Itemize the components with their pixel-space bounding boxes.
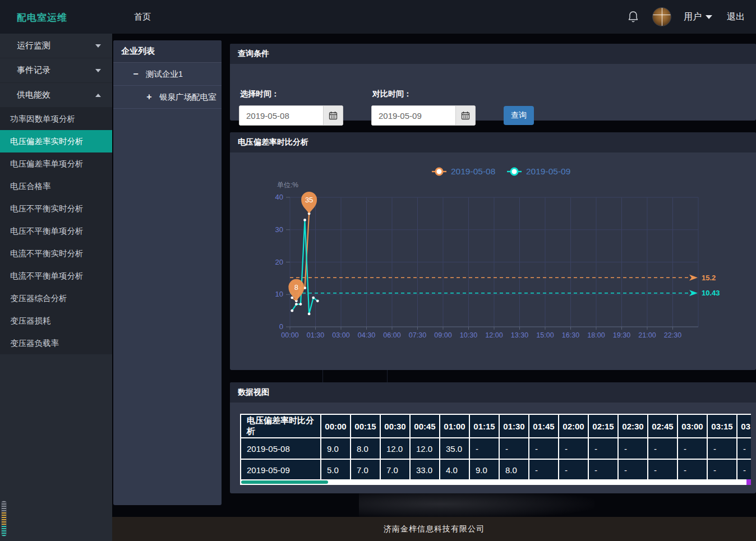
data-point (291, 309, 293, 312)
x-axis-tick-label: 12:00 (485, 331, 503, 339)
sidebar-item-电压不平衡实时分析[interactable]: 电压不平衡实时分析 (0, 197, 112, 220)
enterprise-tree: −测试企业1+银泉广场配电室 (113, 63, 222, 109)
table-header-time: 02:45 (648, 414, 677, 438)
table-header-row: 电压偏差率时比分析00:0000:1500:3000:4501:0001:150… (241, 414, 751, 438)
mini-scrollbar[interactable] (1, 501, 7, 537)
table-header-time: 01:45 (529, 414, 559, 438)
table-header-time: 01:00 (440, 414, 469, 438)
y-axis-tick-label: 30 (275, 225, 283, 234)
sidebar-sections: 运行监测事件记录供电能效 (0, 34, 112, 108)
expand-icon[interactable]: + (145, 92, 154, 102)
avg-line-value: 10.43 (702, 289, 720, 297)
sidebar-item-电流不平衡单项分析[interactable]: 电流不平衡单项分析 (0, 265, 112, 287)
x-axis-tick-label: 15:00 (536, 331, 554, 339)
tree-node-测试企业1[interactable]: −测试企业1 (113, 63, 222, 86)
row-date-label: 2019-05-09 (241, 459, 321, 480)
x-axis-tick-label: 21:00 (638, 331, 656, 339)
sidebar-section-label: 事件记录 (17, 65, 50, 76)
avg-line-value: 15.2 (702, 274, 716, 282)
user-avatar[interactable] (652, 7, 671, 26)
scrollbar-thumb[interactable] (241, 480, 328, 484)
legend-label: 2019-05-08 (451, 167, 495, 176)
logout-button[interactable]: 退出 (727, 11, 745, 23)
x-axis-tick-label: 13:30 (511, 331, 528, 339)
table-horizontal-scrollbar[interactable] (240, 479, 751, 485)
legend-item-2019-05-09[interactable]: 2019-05-09 (507, 167, 570, 176)
chevron-down-icon (95, 69, 101, 72)
data-point (312, 297, 315, 299)
compare-date-group (371, 105, 476, 126)
sidebar-item-电压不平衡单项分析[interactable]: 电压不平衡单项分析 (0, 220, 112, 242)
table-cell: - (737, 438, 751, 459)
table-cell: - (469, 438, 499, 459)
table-header-metric: 电压偏差率时比分析 (241, 414, 321, 438)
user-menu[interactable]: 用户 (684, 11, 712, 23)
legend-label: 2019-05-09 (526, 167, 570, 176)
table-row: 2019-05-089.08.012.012.035.0---------- (241, 438, 751, 459)
mini-scrollbar-segment (2, 526, 6, 536)
x-axis-tick-label: 03:00 (332, 331, 349, 339)
table-cell: - (677, 438, 707, 459)
mark-point-value: 8 (294, 283, 298, 292)
table-cell: 9.0 (321, 438, 351, 459)
select-date-input[interactable] (239, 105, 323, 126)
table-header-time: 01:30 (499, 414, 529, 438)
sidebar-item-变压器负载率[interactable]: 变压器负载率 (0, 332, 112, 354)
data-point (308, 313, 311, 316)
chart-area: 01020304000:0001:3003:0004:3006:0007:300… (230, 152, 756, 370)
legend-item-2019-05-08[interactable]: 2019-05-08 (432, 167, 495, 176)
nav-home[interactable]: 首页 (134, 12, 151, 22)
table-cell: - (707, 438, 737, 459)
sidebar-section-事件记录[interactable]: 事件记录 (0, 58, 112, 83)
x-axis-tick-label: 18:00 (587, 331, 605, 339)
search-button[interactable]: 查询 (504, 106, 534, 125)
sidebar-section-运行监测[interactable]: 运行监测 (0, 34, 112, 58)
table-cell: - (529, 438, 559, 459)
sidebar-section-label: 运行监测 (17, 40, 50, 51)
tree-node-label: 银泉广场配电室 (159, 92, 216, 103)
row-date-label: 2019-05-08 (241, 438, 321, 459)
table-header-time: 02:15 (588, 414, 618, 438)
x-axis-tick-label: 09:00 (434, 331, 451, 339)
data-table: 电压偏差率时比分析00:0000:1500:3000:4501:0001:150… (240, 414, 751, 481)
sidebar-item-电压偏差率单项分析[interactable]: 电压偏差率单项分析 (0, 152, 112, 175)
notification-bell-icon[interactable] (628, 10, 640, 24)
chart-panel: 电压偏差率时比分析 01020304000:0001:3003:0004:300… (230, 132, 756, 370)
table-cell: - (588, 459, 618, 480)
table-cell: - (588, 438, 618, 459)
x-axis-tick-label: 07:30 (409, 331, 426, 339)
enterprise-list-title: 企业列表 (113, 40, 222, 63)
y-axis-tick-label: 0 (279, 322, 283, 331)
tree-node-银泉广场配电室[interactable]: +银泉广场配电室 (113, 86, 222, 109)
sidebar-item-变压器综合分析[interactable]: 变压器综合分析 (0, 287, 112, 309)
sidebar-item-电压偏差率实时分析[interactable]: 电压偏差率实时分析 (0, 130, 112, 152)
sidebar-item-变压器损耗[interactable]: 变压器损耗 (0, 309, 112, 332)
sidebar-section-label: 供电能效 (17, 90, 50, 100)
avg-line-arrow-icon (689, 275, 698, 281)
table-header-time: 03:30 (737, 414, 751, 438)
data-point (316, 299, 319, 302)
data-point (295, 303, 298, 306)
table-cell: - (499, 438, 529, 459)
sidebar-item-电压合格率[interactable]: 电压合格率 (0, 175, 112, 197)
footer: 济南金梓信息科技有限公司 (112, 517, 756, 541)
x-axis-tick-label: 16:30 (562, 331, 579, 339)
sidebar-item-电流不平衡实时分析[interactable]: 电流不平衡实时分析 (0, 242, 112, 265)
sidebar-submenu: 功率因数单项分析电压偏差率实时分析电压偏差率单项分析电压合格率电压不平衡实时分析… (0, 108, 112, 354)
sidebar-item-功率因数单项分析[interactable]: 功率因数单项分析 (0, 108, 112, 130)
table-cell: - (559, 459, 588, 480)
x-axis-tick-label: 06:00 (383, 331, 400, 339)
mini-scrollbar-segment (2, 501, 6, 512)
compare-date-calendar-icon[interactable] (455, 105, 476, 126)
select-date-calendar-icon[interactable] (323, 105, 343, 126)
compare-date-input[interactable] (371, 105, 455, 126)
table-header-time: 00:00 (321, 414, 351, 438)
voltage-deviation-comparison-chart: 01020304000:0001:3003:0004:3006:0007:300… (230, 152, 756, 370)
scrollbar-end-marker (746, 479, 751, 485)
table-cell: - (677, 459, 707, 480)
sidebar-section-供电能效[interactable]: 供电能效 (0, 83, 112, 108)
top-right-actions: 用户 退出 (628, 0, 745, 34)
table-cell: - (707, 459, 737, 480)
collapse-icon[interactable]: − (131, 69, 140, 79)
y-axis-tick-label: 20 (275, 258, 283, 266)
